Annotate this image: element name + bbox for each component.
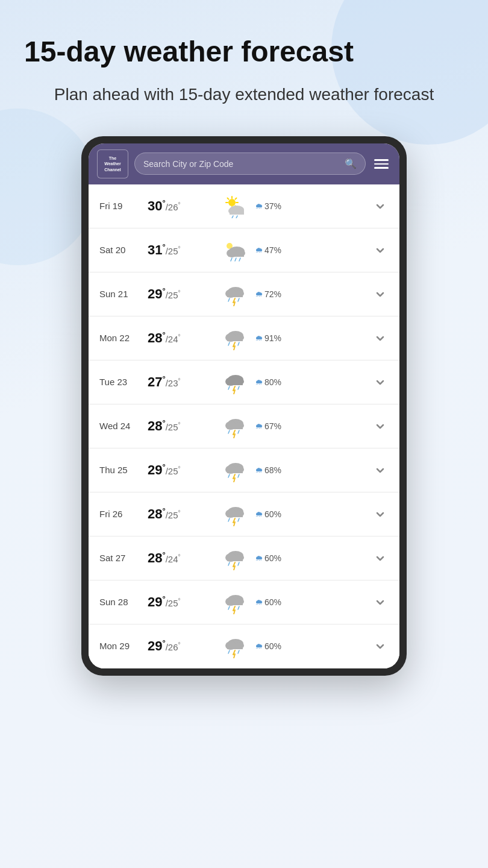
weather-icon: [219, 282, 250, 306]
temp-low: /25°: [166, 466, 181, 476]
temperature-display: 29°/25°: [148, 462, 214, 478]
svg-rect-18: [228, 251, 244, 257]
temp-high: 28°: [148, 550, 166, 565]
expand-row-button[interactable]: [372, 286, 389, 303]
app-logo: TheWeatherChannel: [97, 149, 128, 178]
day-label: Fri 19: [99, 201, 143, 211]
rain-drop-icon: 🌧: [255, 201, 263, 210]
rain-drop-icon: 🌧: [255, 553, 263, 562]
page-headline: 15-day weather forecast: [24, 36, 464, 68]
expand-row-button[interactable]: [372, 594, 389, 611]
forecast-row: Thu 25 29°/25° 🌧 68%: [89, 448, 399, 492]
logo-text: TheWeatherChannel: [104, 156, 121, 172]
temp-high: 29°: [148, 286, 166, 301]
weather-icon: [219, 546, 250, 570]
svg-line-57: [238, 518, 239, 521]
day-label: Thu 25: [99, 465, 143, 475]
weather-icon: [219, 326, 250, 350]
rain-drop-icon: 🌧: [255, 333, 263, 342]
precip-percent: 67%: [264, 421, 281, 431]
search-bar[interactable]: Search City or Zip Code 🔍: [134, 153, 366, 175]
day-label: Sun 28: [99, 597, 143, 607]
svg-line-20: [235, 258, 236, 261]
svg-line-68: [228, 606, 230, 609]
temperature-display: 29°/26°: [148, 638, 214, 654]
svg-rect-73: [227, 644, 243, 649]
temp-low: /23°: [166, 378, 181, 388]
temp-high: 28°: [148, 330, 166, 345]
weather-icon: [219, 502, 250, 526]
forecast-row: Sun 21 29°/25° 🌧 72%: [89, 272, 399, 316]
temp-high: 29°: [148, 594, 166, 609]
weather-icon: [219, 238, 250, 262]
rain-drop-icon: 🌧: [255, 421, 263, 430]
precipitation: 🌧 72%: [255, 289, 367, 299]
temp-low: /25°: [166, 246, 181, 256]
day-label: Wed 24: [99, 421, 143, 431]
precip-percent: 47%: [264, 245, 281, 255]
phone-mockup: TheWeatherChannel Search City or Zip Cod…: [81, 136, 407, 676]
expand-row-button[interactable]: [372, 330, 389, 347]
rain-drop-icon: 🌧: [255, 289, 263, 298]
precip-percent: 60%: [264, 553, 281, 563]
day-label: Fri 26: [99, 509, 143, 519]
forecast-row: Fri 26 28°/25° 🌧 60%: [89, 492, 399, 536]
weather-icon: [219, 414, 250, 438]
svg-line-19: [231, 258, 232, 261]
expand-row-button[interactable]: [372, 418, 389, 435]
temperature-display: 30°/26°: [148, 198, 214, 214]
expand-row-button[interactable]: [372, 242, 389, 259]
temp-high: 31°: [148, 242, 166, 257]
temp-low: /25°: [166, 598, 181, 608]
svg-line-56: [228, 518, 230, 521]
rain-drop-icon: 🌧: [255, 377, 263, 386]
temperature-display: 31°/25°: [148, 242, 214, 258]
hamburger-line-3: [374, 167, 389, 169]
temperature-display: 29°/25°: [148, 286, 214, 302]
precip-percent: 60%: [264, 641, 281, 651]
day-label: Mon 29: [99, 641, 143, 651]
svg-line-44: [228, 430, 230, 433]
hamburger-line-1: [374, 159, 389, 161]
temp-high: 29°: [148, 462, 166, 477]
temp-high: 27°: [148, 374, 166, 389]
svg-line-75: [238, 650, 239, 653]
precipitation: 🌧 91%: [255, 333, 367, 343]
day-label: Mon 22: [99, 333, 143, 343]
forecast-list: Fri 19 30°/26° 🌧 37%: [89, 184, 399, 668]
phone-screen: TheWeatherChannel Search City or Zip Cod…: [89, 143, 399, 668]
temp-low: /24°: [166, 334, 181, 344]
svg-line-50: [228, 474, 230, 477]
weather-icon: [219, 634, 250, 658]
precipitation: 🌧 60%: [255, 509, 367, 519]
svg-rect-61: [227, 556, 243, 561]
day-label: Sat 20: [99, 245, 143, 255]
expand-row-button[interactable]: [372, 374, 389, 391]
precipitation: 🌧 60%: [255, 597, 367, 607]
forecast-row: Mon 22 28°/24° 🌧 91%: [89, 316, 399, 360]
temperature-display: 28°/24°: [148, 550, 214, 566]
expand-row-button[interactable]: [372, 506, 389, 523]
svg-line-51: [238, 474, 239, 477]
svg-line-38: [228, 386, 230, 389]
forecast-row: Mon 29 29°/26° 🌧 60%: [89, 624, 399, 668]
temp-low: /25°: [166, 510, 181, 520]
expand-row-button[interactable]: [372, 198, 389, 215]
rain-drop-icon: 🌧: [255, 465, 263, 474]
svg-line-5: [228, 198, 229, 199]
precipitation: 🌧 37%: [255, 201, 367, 211]
svg-line-7: [235, 198, 236, 199]
day-label: Sun 21: [99, 289, 143, 299]
svg-line-39: [238, 386, 239, 389]
temp-low: /25°: [166, 422, 181, 432]
day-label: Tue 23: [99, 377, 143, 387]
page-subtitle: Plan ahead with 15-day extended weather …: [24, 83, 464, 106]
expand-row-button[interactable]: [372, 638, 389, 655]
forecast-row: Sat 20 31°/25° 🌧 47%: [89, 228, 399, 272]
hamburger-menu[interactable]: [372, 157, 391, 171]
temp-high: 28°: [148, 418, 166, 433]
expand-row-button[interactable]: [372, 462, 389, 479]
rain-drop-icon: 🌧: [255, 509, 263, 518]
temperature-display: 28°/24°: [148, 330, 214, 346]
expand-row-button[interactable]: [372, 550, 389, 567]
